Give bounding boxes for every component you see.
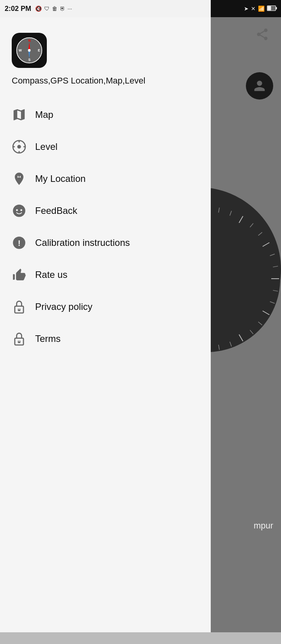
nav-my-location-label: My Location bbox=[35, 173, 85, 184]
nav-item-privacy-policy[interactable]: Privacy policy bbox=[0, 291, 211, 323]
svg-point-12 bbox=[17, 145, 21, 149]
my-location-icon bbox=[12, 171, 35, 186]
svg-point-19 bbox=[13, 205, 25, 217]
terms-icon bbox=[12, 331, 35, 346]
svg-text:W: W bbox=[19, 48, 22, 52]
rate-icon bbox=[12, 267, 35, 282]
shield2-icon: ⛨ bbox=[60, 5, 65, 12]
x-icon: ✕ bbox=[251, 5, 256, 12]
svg-point-18 bbox=[18, 175, 20, 177]
svg-point-10 bbox=[28, 49, 31, 52]
avatar[interactable] bbox=[246, 72, 273, 100]
nav-calibration-label: Calibration instructions bbox=[35, 237, 130, 248]
map-icon bbox=[12, 107, 35, 122]
nav-terms-label: Terms bbox=[35, 333, 60, 344]
svg-text:S: S bbox=[28, 58, 30, 62]
wifi-icon: 📶 bbox=[258, 5, 265, 12]
svg-text:E: E bbox=[38, 48, 40, 52]
mute-icon: 🔇 bbox=[35, 5, 42, 12]
status-icons: 🔇 🛡 🗑 ⛨ ··· bbox=[35, 5, 72, 12]
nav-item-rate-us[interactable]: Rate us bbox=[0, 259, 211, 291]
battery-icon bbox=[267, 5, 277, 12]
nav-rate-us-label: Rate us bbox=[35, 269, 68, 280]
bottom-bar bbox=[0, 632, 281, 644]
trash-icon: 🗑 bbox=[52, 5, 57, 12]
more-icon: ··· bbox=[68, 5, 72, 12]
location-arrow-icon: ➤ bbox=[244, 5, 249, 12]
svg-point-21 bbox=[20, 209, 22, 211]
shield-icon: 🛡 bbox=[44, 5, 50, 12]
app-title: Compass,GPS Location,Map,Level bbox=[12, 75, 199, 87]
nav-level-label: Level bbox=[35, 141, 57, 152]
svg-rect-1 bbox=[268, 6, 271, 10]
nav-item-terms[interactable]: Terms bbox=[0, 323, 211, 355]
location-text: mpur bbox=[254, 521, 273, 531]
feedback-icon bbox=[12, 203, 35, 218]
app-icon: N S E W bbox=[12, 33, 47, 68]
svg-text:N: N bbox=[28, 39, 30, 43]
drawer: N S E W Compass,GPS Location,Map,Level M… bbox=[0, 17, 211, 632]
status-time: 2:02 PM bbox=[5, 5, 31, 13]
status-bar: 2:02 PM 🔇 🛡 🗑 ⛨ ··· bbox=[0, 0, 211, 17]
level-icon bbox=[12, 139, 35, 154]
app-header: N S E W Compass,GPS Location,Map,Level bbox=[0, 25, 211, 99]
privacy-icon bbox=[12, 299, 35, 314]
nav-item-calibration[interactable]: ! Calibration instructions bbox=[0, 227, 211, 259]
svg-point-20 bbox=[16, 209, 18, 211]
nav-item-level[interactable]: Level bbox=[0, 131, 211, 163]
nav-item-map[interactable]: Map bbox=[0, 99, 211, 131]
nav-item-feedback[interactable]: FeedBack bbox=[0, 195, 211, 227]
nav-map-label: Map bbox=[35, 109, 53, 120]
nav-privacy-policy-label: Privacy policy bbox=[35, 301, 92, 312]
nav-feedback-label: FeedBack bbox=[35, 205, 77, 216]
share-icon[interactable] bbox=[255, 27, 269, 44]
nav-item-my-location[interactable]: My Location bbox=[0, 163, 211, 195]
svg-rect-2 bbox=[276, 7, 277, 9]
status-bar-right: ➤ ✕ 📶 bbox=[211, 0, 281, 17]
svg-text:!: ! bbox=[18, 238, 21, 247]
calibration-icon: ! bbox=[12, 235, 35, 250]
